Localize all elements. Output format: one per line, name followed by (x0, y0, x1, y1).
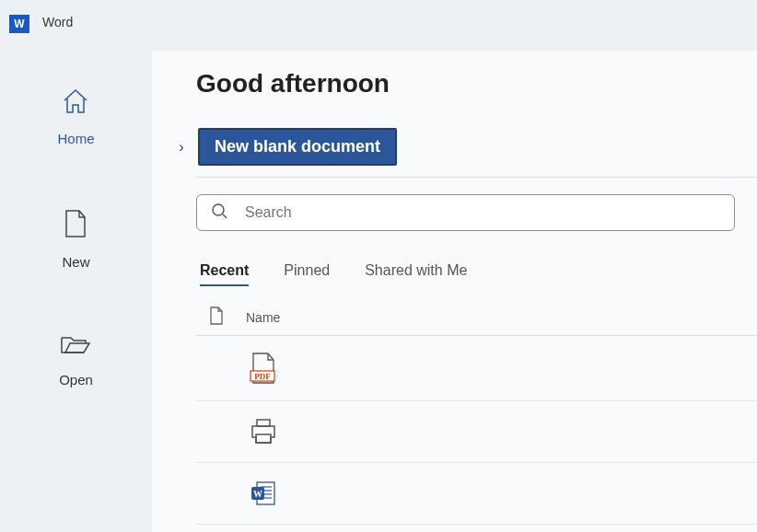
titlebar: W Word (0, 0, 757, 51)
new-blank-document-button[interactable]: New blank document (198, 128, 397, 166)
pdf-file-icon: PDF (248, 353, 279, 384)
sidebar-item-open[interactable]: Open (59, 332, 93, 387)
file-row[interactable] (196, 401, 757, 463)
list-header: Name (152, 306, 757, 328)
sidebar-item-label: Open (59, 372, 93, 387)
svg-text:PDF: PDF (254, 372, 271, 381)
search-input[interactable] (245, 204, 721, 221)
column-name: Name (246, 310, 280, 325)
file-row[interactable]: PDF (196, 336, 757, 401)
tab-pinned[interactable]: Pinned (284, 262, 330, 286)
svg-line-1 (223, 214, 227, 218)
svg-text:W: W (253, 489, 262, 499)
file-tabs: Recent Pinned Shared with Me (152, 262, 757, 286)
divider (196, 177, 757, 178)
word-doc-icon: W (248, 480, 279, 507)
main-pane: Good afternoon › New blank document Rece… (152, 51, 757, 532)
search-icon (210, 202, 228, 224)
home-icon (61, 87, 90, 118)
document-icon (64, 209, 87, 241)
sidebar-item-label: New (62, 254, 89, 270)
folder-open-icon (60, 332, 91, 359)
sidebar: Home New Open (0, 51, 152, 532)
svg-point-0 (213, 204, 224, 215)
svg-rect-5 (256, 434, 271, 443)
printer-icon (248, 418, 279, 445)
search-box[interactable] (196, 194, 735, 231)
app-title: Word (42, 15, 73, 29)
sidebar-item-label: Home (57, 131, 94, 146)
tab-recent[interactable]: Recent (200, 262, 249, 286)
page-title: Good afternoon (152, 69, 757, 98)
chevron-right-icon[interactable]: › (174, 139, 189, 156)
file-row[interactable]: W (196, 463, 757, 525)
svg-rect-4 (257, 420, 270, 426)
sidebar-item-new[interactable]: New (62, 209, 89, 270)
sidebar-item-home[interactable]: Home (57, 87, 94, 146)
document-icon (209, 306, 224, 328)
tab-shared-with-me[interactable]: Shared with Me (365, 262, 467, 286)
word-app-icon: W (9, 15, 29, 33)
